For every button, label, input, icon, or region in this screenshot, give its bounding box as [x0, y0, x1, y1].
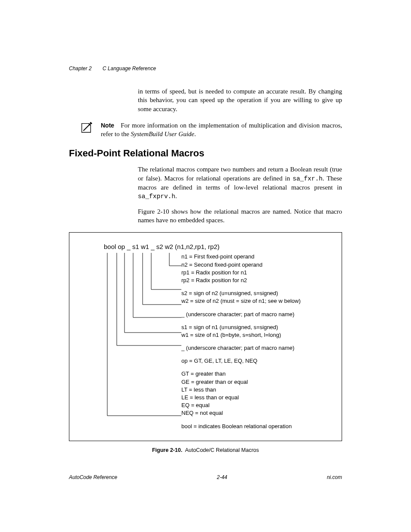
chapter-title: C Language Reference	[103, 65, 156, 72]
desc-line: w2 = size of n2 (must = size of n1; see …	[181, 297, 329, 305]
chapter-number: Chapter 2	[69, 65, 92, 72]
note-icon-wrap	[69, 121, 93, 134]
desc-line: rp2 = Radix position for n2	[181, 277, 329, 284]
desc-line: n1 = First fixed-point operand	[181, 253, 329, 261]
desc-line: GT = greater than	[181, 370, 329, 378]
page-footer: AutoCode Reference 2-44 ni.com	[69, 474, 342, 480]
desc-group: n1 = First fixed-point operand n2 = Seco…	[181, 253, 329, 284]
diagram-lines	[100, 253, 181, 430]
section-body: The relational macros compare two number…	[138, 165, 342, 224]
desc-group: bool = indicates Boolean relational oper…	[181, 423, 329, 430]
desc-line: bool = indicates Boolean relational oper…	[181, 423, 329, 430]
intro-text: in terms of speed, but is needed to comp…	[138, 87, 342, 113]
figure-caption-text: AutoCode/C Relational Macros	[185, 447, 259, 453]
desc-line: w1 = size of n1 (b=byte, s=short, l=long…	[181, 331, 329, 339]
page: Chapter 2 C Language Reference in terms …	[0, 0, 411, 532]
footer-center: 2-44	[217, 474, 227, 480]
p1-code2: sa_fxprv.h	[138, 193, 175, 200]
section-title: Fixed-Point Relational Macros	[69, 148, 342, 159]
desc-line: s2 = sign of n2 (u=unsigned, s=signed)	[181, 289, 329, 297]
section-p2: Figure 2-10 shows how the relational mac…	[138, 207, 342, 225]
desc-line: LE = less than or equal	[181, 394, 329, 401]
figure-caption: Figure 2-10. AutoCode/C Relational Macro…	[69, 447, 342, 453]
note-block: Note For more information on the impleme…	[69, 121, 342, 139]
diagram-descriptions: n1 = First fixed-point operand n2 = Seco…	[181, 253, 329, 430]
note-body-b: .	[194, 131, 196, 137]
intro-paragraph: in terms of speed, but is needed to comp…	[138, 87, 342, 113]
diagram: n1 = First fixed-point operand n2 = Seco…	[100, 253, 329, 430]
figure-caption-label: Figure 2-10.	[152, 447, 182, 453]
desc-line: _ (underscore character; part of macro n…	[181, 311, 329, 318]
note-label: Note	[101, 122, 114, 129]
desc-line: EQ = equal	[181, 401, 329, 409]
running-head: Chapter 2 C Language Reference	[69, 65, 156, 72]
connector-lines-icon	[100, 253, 181, 425]
desc-group: _ (underscore character; part of macro n…	[181, 344, 329, 352]
desc-line: rp1 = Radix position for n1	[181, 269, 329, 277]
desc-group: s1 = sign of n1 (u=unsigned, s=signed) w…	[181, 324, 329, 339]
desc-line: NEQ = not equal	[181, 409, 329, 417]
desc-line: _ (underscore character; part of macro n…	[181, 344, 329, 352]
note-text: Note For more information on the impleme…	[101, 121, 342, 139]
p1-c: .	[175, 193, 177, 199]
desc-line: s1 = sign of n1 (u=unsigned, s=signed)	[181, 324, 329, 331]
macro-signature: bool op _ s1 w1 _ s2 w2 (n1,n2,rp1, rp2)	[104, 243, 329, 250]
section-p1: The relational macros compare two number…	[138, 165, 342, 201]
note-italic: SystemBuild User Guide	[131, 131, 194, 137]
desc-line: n2 = Second fixed-point operand	[181, 261, 329, 269]
footer-right: ni.com	[327, 474, 342, 480]
desc-group: GT = greater than GE = greater than or e…	[181, 370, 329, 417]
desc-line: op = GT, GE, LT, LE, EQ, NEQ	[181, 357, 329, 365]
desc-group: op = GT, GE, LT, LE, EQ, NEQ	[181, 357, 329, 365]
desc-line: GE = greater than or equal	[181, 378, 329, 386]
note-icon	[80, 121, 93, 134]
figure-box: bool op _ s1 w1 _ s2 w2 (n1,n2,rp1, rp2)	[69, 232, 342, 441]
desc-group: _ (underscore character; part of macro n…	[181, 311, 329, 318]
desc-group: s2 = sign of n2 (u=unsigned, s=signed) w…	[181, 289, 329, 305]
desc-line: LT = less than	[181, 386, 329, 394]
footer-left: AutoCode Reference	[69, 474, 117, 480]
p1-code1: sa_fxr.h	[293, 175, 323, 182]
